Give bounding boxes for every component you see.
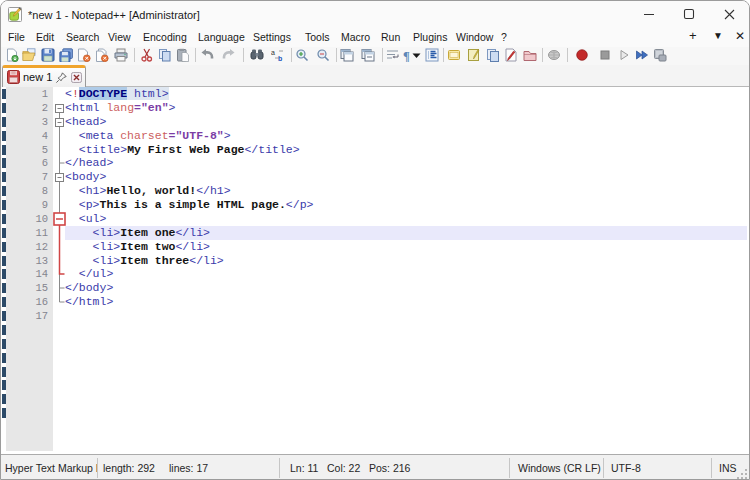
svg-text:b: b [278, 55, 282, 62]
svg-text:¶: ¶ [403, 49, 410, 63]
svg-text:a: a [271, 49, 275, 56]
